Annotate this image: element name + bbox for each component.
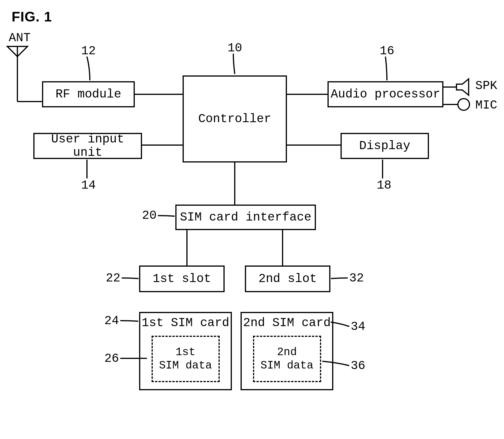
user-input-block: User input unit [33,133,142,159]
slot1-block: 1st slot [139,265,225,292]
ref-20: 20 [142,209,157,222]
speaker-label: SPK [475,80,497,92]
ref-22: 22 [106,272,120,284]
slot2-block: 2nd slot [245,265,330,292]
slot1-label: 1st slot [153,272,211,286]
sim-interface-label: SIM card interface [180,211,312,224]
sim-data1-block: 1st SIM data [152,336,220,382]
ref-14: 14 [81,179,96,192]
sim-data2-label: 2nd SIM data [261,346,313,372]
mic-label: MIC [475,99,497,111]
sim-data1-label: 1st SIM data [159,346,212,372]
sim-card1-block: 1st SIM card 1st SIM data [139,312,232,390]
sim-card1-label: 1st SIM card [142,316,229,330]
rf-module-label: RF module [56,88,121,101]
ref-16: 16 [380,45,394,57]
ref-36: 36 [351,360,365,372]
ref-34: 34 [351,321,365,333]
ref-18: 18 [377,179,391,192]
controller-block: Controller [183,75,287,162]
speaker-icon [455,78,471,96]
ref-10: 10 [228,42,242,54]
antenna-label: ANT [9,32,31,44]
sim-interface-block: SIM card interface [175,205,316,230]
rf-module-block: RF module [42,81,135,107]
sim-data2-block: 2nd SIM data [253,336,321,382]
controller-label: Controller [198,112,271,126]
antenna-icon [6,44,29,61]
ref-26: 26 [104,353,119,365]
slot2-label: 2nd slot [259,272,317,286]
display-block: Display [341,133,429,159]
display-label: Display [359,139,410,153]
mic-icon [456,97,471,112]
ref-32: 32 [349,272,364,284]
user-input-label: User input unit [34,133,141,159]
ref-24: 24 [104,315,119,327]
audio-processor-label: Audio processor [331,88,440,101]
figure-title: FIG. 1 [12,9,52,25]
sim-card2-label: 2nd SIM card [243,316,331,330]
sim-card2-block: 2nd SIM card 2nd SIM data [241,312,333,390]
ref-12: 12 [81,45,96,57]
audio-processor-block: Audio processor [327,81,443,107]
